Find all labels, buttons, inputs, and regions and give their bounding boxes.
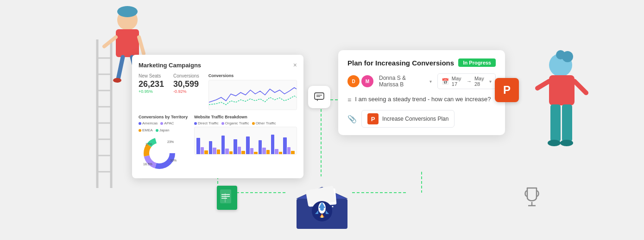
bar-group-7 [271,135,283,154]
attachment-pill[interactable]: P Increase Conversions Plan [361,110,455,128]
google-sheets-icon [217,186,237,210]
floating-ppt-icon: P [495,78,519,102]
traffic-bar-chart [194,127,297,155]
svg-rect-49 [221,194,230,195]
conversions-line-chart-section: Conversions [208,73,297,110]
svg-text:18.5%: 18.5% [143,162,152,166]
close-icon[interactable]: × [293,61,297,69]
svg-point-59 [320,207,324,211]
svg-text:30%: 30% [170,159,177,162]
legend-direct: Direct Traffic [194,121,219,125]
assignees-caret[interactable]: ▾ [429,79,432,84]
date-caret[interactable]: ▾ [489,79,492,84]
legend-apac: APAC [160,121,174,125]
bar-group-1 [196,138,208,154]
marketing-campaigns-card: Marketing Campaigns × New Seats 26,231 +… [132,55,303,178]
sheets-svg [220,189,234,206]
task-title: Plan for Increasing Conversions [347,59,454,67]
clip-icon: 📎 [347,115,357,123]
legend-japan: Japan [156,128,170,132]
svg-line-42 [575,81,586,93]
svg-point-17 [117,6,138,17]
powerpoint-icon: P [367,113,379,124]
assignees-avatars: D M [347,75,373,87]
svg-point-65 [332,206,334,208]
svg-point-39 [556,50,565,59]
svg-rect-44 [562,104,572,142]
traffic-legend: Direct Traffic Organic Traffic Other Tra… [194,121,297,125]
svg-line-20 [139,37,144,53]
svg-rect-40 [549,75,575,105]
rocket-box-svg [292,182,352,229]
svg-text:23%: 23% [167,140,174,143]
svg-rect-50 [221,196,230,197]
svg-point-46 [560,140,573,146]
card-title: Marketing Campaigns [139,62,201,69]
legend-other: Other Traffic [252,121,276,125]
assignees-label: Donna S & Marissa B [379,75,424,88]
conversions-chart-title: Conversions [208,73,297,78]
chat-icon [314,91,325,103]
trophy-icon [522,186,542,212]
svg-point-23 [113,78,121,83]
bar-group-6 [259,140,270,154]
date-start: May 17 [452,76,464,87]
date-arrow: → [467,78,472,84]
attachment-label: Increase Conversions Plan [382,116,448,122]
bar-group-5 [246,136,258,154]
new-seats-label: New Seats [139,73,164,78]
svg-point-64 [309,204,311,206]
charts-row: Conversions by Territory Americas APAC E… [139,115,297,172]
bar-group-3 [221,136,233,154]
territory-chart-section: Conversions by Territory Americas APAC E… [139,115,189,172]
svg-text:27%: 27% [145,143,152,146]
legend-emea: EMEA [139,128,153,132]
central-rocket-box [292,182,352,231]
new-seats-metric: New Seats 26,231 +0.95% [139,73,164,110]
calendar-icon: 📅 [442,78,449,85]
svg-point-45 [548,140,561,146]
attachment-section: 📎 P Increase Conversions Plan [347,110,496,128]
marissa-avatar: M [361,75,373,87]
svg-point-66 [329,202,330,203]
date-end: May 28 [474,76,486,87]
conversions-value: 30,599 [173,79,199,89]
donna-avatar: D [347,75,360,87]
status-badge: In Progress [458,58,496,67]
date-range[interactable]: 📅 May 17 → May 28 ▾ [437,73,496,89]
legend-organic: Organic Traffic [221,121,249,125]
conversions-label: Conversions [173,73,199,78]
traffic-chart-title: Website Traffic Breakdown [194,115,297,119]
legend-americas: Americas [139,121,158,125]
donut-chart: 27% 23% 30% 18.5% [139,134,180,171]
chat-icon-container [308,86,330,108]
metrics-row: New Seats 26,231 +0.95% Conversions 30,5… [139,73,297,110]
conversions-metric: Conversions 30,599 -0.92% [173,73,199,110]
bar-group-8 [283,137,295,154]
conversions-line-chart [208,80,297,110]
territory-chart-title: Conversions by Territory [139,115,189,119]
task-description: ≡ I am seeing a steady trend - how can w… [347,96,496,104]
task-card: Plan for Increasing Conversions In Progr… [338,50,505,135]
svg-rect-33 [315,93,324,99]
svg-rect-51 [221,198,227,199]
task-meta: D M Donna S & Marissa B ▾ 📅 May 17 → May… [347,73,496,89]
new-seats-value: 26,231 [139,79,164,89]
new-seats-change: +0.95% [139,89,164,94]
description-icon: ≡ [347,96,351,104]
svg-marker-36 [316,99,318,101]
description-text: I am seeing a steady trend - how can we … [355,96,491,103]
svg-rect-43 [550,104,561,142]
svg-line-41 [537,81,549,88]
svg-line-21 [118,57,123,79]
task-header: Plan for Increasing Conversions In Progr… [347,58,496,67]
svg-rect-18 [116,29,139,57]
traffic-chart-section: Website Traffic Breakdown Direct Traffic… [194,115,297,172]
bar-group-2 [209,141,221,154]
bar-group-4 [234,139,245,154]
territory-legend: Americas APAC EMEA Japan [139,121,189,132]
trophy-svg [522,186,542,210]
card-header: Marketing Campaigns × [139,61,297,69]
conversions-change: -0.92% [173,89,199,94]
